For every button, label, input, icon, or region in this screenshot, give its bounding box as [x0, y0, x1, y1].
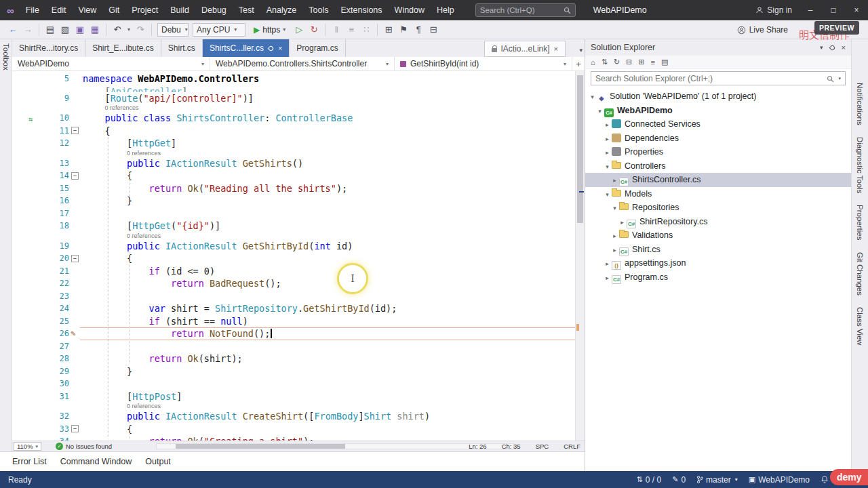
- collapse-all-icon[interactable]: ⊟: [626, 58, 632, 66]
- solution-search-input[interactable]: Search Solution Explorer (Ctrl+;) ▾: [591, 71, 846, 85]
- code-line[interactable]: [ApiController]: [12, 85, 575, 92]
- properties-page-icon[interactable]: ≡: [651, 58, 655, 66]
- collapsed-arrow-icon[interactable]: ▸: [610, 229, 619, 243]
- side-tab-notifications[interactable]: Notifications: [856, 83, 864, 125]
- tree-item-webapidemo[interactable]: ▾C#WebAPIDemo: [585, 104, 851, 118]
- collapsed-arrow-icon[interactable]: ▸: [603, 118, 612, 131]
- side-tab-git-changes[interactable]: Git Changes: [856, 252, 864, 296]
- start-debugging-button[interactable]: ▶https▾: [250, 23, 289, 37]
- tree-item-dependencies[interactable]: ▸Dependencies: [585, 131, 851, 146]
- code-line[interactable]: 14−{: [12, 169, 575, 182]
- line-ending-indicator[interactable]: CRLF: [564, 443, 580, 450]
- code-line[interactable]: 28return Ok(shirt);: [12, 352, 575, 365]
- menu-edit[interactable]: Edit: [45, 0, 73, 20]
- undo-icon[interactable]: ↶: [111, 24, 123, 35]
- window-position-icon[interactable]: ▾: [820, 44, 823, 51]
- breadcrumb-member[interactable]: GetShirtById(int id) ▾: [395, 57, 572, 70]
- code-line[interactable]: 9[Route("api/[controller]")]: [12, 92, 575, 105]
- break-all-icon[interactable]: ‖: [330, 24, 342, 35]
- show-threads-icon[interactable]: ≡: [345, 24, 357, 35]
- tree-item-solution-webapidemo-1-of-1-project[interactable]: ▾◆Solution 'WebAPIDemo' (1 of 1 project): [585, 89, 851, 104]
- sign-in-button[interactable]: Sign in: [749, 5, 799, 15]
- maximize-button[interactable]: □: [822, 0, 845, 20]
- open-file-icon[interactable]: ▧: [59, 24, 71, 35]
- caret-line-indicator[interactable]: Ln: 26: [469, 443, 486, 450]
- code-line[interactable]: 11−{: [12, 125, 575, 138]
- undo-dropdown-icon[interactable]: ▾: [126, 26, 132, 33]
- menu-help[interactable]: Help: [431, 0, 460, 20]
- notifications-button[interactable]: [821, 475, 829, 484]
- menu-test[interactable]: Test: [233, 0, 260, 20]
- tree-item-connected-services[interactable]: ▸Connected Services: [585, 117, 851, 131]
- code-line[interactable]: 32public IActionResult CreateShirt([From…: [12, 410, 575, 423]
- code-editor[interactable]: 5namespace WebAPIDemo.Controllers[ApiCon…: [12, 71, 585, 441]
- tab-shirt-e-ibute-cs[interactable]: Shirt_E...ibute.cs: [85, 39, 161, 57]
- menu-analyze[interactable]: Analyze: [260, 0, 302, 20]
- collapsed-arrow-icon[interactable]: ▸: [603, 132, 612, 146]
- code-line[interactable]: 29}: [12, 365, 575, 378]
- horizontal-scrollbar[interactable]: [156, 443, 514, 449]
- show-whitespace-icon[interactable]: ¶: [412, 24, 425, 35]
- platform-dropdown[interactable]: Any CPU▾: [193, 23, 245, 37]
- code-line[interactable]: 31[HttpPost]: [12, 390, 575, 403]
- code-line[interactable]: 26✎return NotFound();: [12, 327, 575, 340]
- collapsed-arrow-icon[interactable]: ▸: [603, 271, 612, 285]
- code-line[interactable]: 34return Ok("Creating a shirt");: [12, 435, 575, 441]
- code-line[interactable]: 16}: [12, 195, 575, 207]
- branch-selector[interactable]: master ▾: [696, 475, 738, 485]
- codelens-row[interactable]: 0 references: [12, 104, 575, 112]
- live-share-button[interactable]: Live Share: [737, 20, 788, 39]
- tree-item-shirtrepository-cs[interactable]: ▸C#ShirtRepository.cs: [585, 215, 851, 229]
- configuration-dropdown[interactable]: Debu▾: [157, 23, 189, 37]
- fold-collapse-icon[interactable]: −: [71, 127, 79, 134]
- code-line[interactable]: 23: [12, 290, 575, 303]
- pin-icon[interactable]: [829, 44, 835, 51]
- repository-selector[interactable]: ▣ WebAPIDemo: [749, 475, 810, 485]
- code-line[interactable]: 22return BadRequest();: [12, 277, 575, 290]
- code-line[interactable]: 13public IActionResult GetShirts(): [12, 157, 575, 170]
- side-tab-diagnostic-tools[interactable]: Diagnostic Tools: [856, 137, 864, 194]
- tab-overflow-icon[interactable]: ▾: [579, 47, 583, 54]
- toggle-bookmark-icon[interactable]: ⚑: [397, 24, 410, 35]
- menu-debug[interactable]: Debug: [195, 0, 233, 20]
- bottom-tab-command-window[interactable]: Command Window: [54, 457, 139, 466]
- redo-icon[interactable]: ↷: [134, 24, 146, 35]
- preview-selected-icon[interactable]: ▤: [661, 58, 668, 66]
- tree-item-validations[interactable]: ▸Validations: [585, 228, 851, 243]
- code-line[interactable]: 17: [12, 207, 575, 220]
- tree-item-properties[interactable]: ▸Properties: [585, 145, 851, 159]
- codelens-row[interactable]: 0 references: [12, 403, 575, 410]
- expanded-arrow-icon[interactable]: ▾: [610, 201, 619, 215]
- tab-shirtre-itory-cs[interactable]: ShirtRe...itory.cs: [12, 39, 85, 57]
- home-icon[interactable]: ⌂: [591, 58, 595, 66]
- close-icon[interactable]: ×: [554, 45, 558, 53]
- tree-item-models[interactable]: ▾Models: [585, 187, 851, 201]
- collapsed-arrow-icon[interactable]: ▸: [610, 243, 619, 257]
- code-line[interactable]: 20−{: [12, 252, 575, 265]
- tab-shirt-cs[interactable]: Shirt.cs: [161, 39, 203, 57]
- tab-shirtsc-ller-cs[interactable]: ShirtsC...ller.cs×: [203, 39, 290, 57]
- minimize-button[interactable]: –: [799, 0, 822, 20]
- code-line[interactable]: 21if (id <= 0): [12, 265, 575, 278]
- collapse-regions-icon[interactable]: ⊟: [427, 24, 439, 35]
- fold-collapse-icon[interactable]: −: [71, 255, 79, 262]
- menu-window[interactable]: Window: [389, 0, 431, 20]
- bottom-tab-output[interactable]: Output: [138, 457, 178, 466]
- close-icon[interactable]: ×: [842, 43, 846, 52]
- menu-view[interactable]: View: [72, 0, 102, 20]
- code-line[interactable]: 12[HttpGet]: [12, 137, 575, 150]
- tab-program-cs[interactable]: Program.cs: [290, 39, 345, 57]
- step-commands-icon[interactable]: ∷: [360, 24, 372, 35]
- start-without-debugging-icon[interactable]: ▷: [293, 24, 305, 35]
- scrollbar-thumb[interactable]: [577, 75, 583, 223]
- pin-icon[interactable]: [267, 45, 274, 52]
- expanded-arrow-icon[interactable]: ▾: [588, 90, 597, 104]
- breadcrumb-type[interactable]: WebAPIDemo.Controllers.ShirtsController …: [210, 57, 395, 70]
- sync-commits-button[interactable]: ⇅ 0 / 0: [637, 475, 662, 485]
- collapsed-arrow-icon[interactable]: ▸: [610, 174, 619, 187]
- zoom-selector[interactable]: 110% ▾: [14, 442, 41, 451]
- menu-git[interactable]: Git: [102, 0, 125, 20]
- insert-mode-indicator[interactable]: SPC: [536, 443, 549, 450]
- bottom-tab-error-list[interactable]: Error List: [5, 457, 54, 466]
- solution-explorer-header[interactable]: Solution Explorer ▾ ×: [585, 39, 851, 56]
